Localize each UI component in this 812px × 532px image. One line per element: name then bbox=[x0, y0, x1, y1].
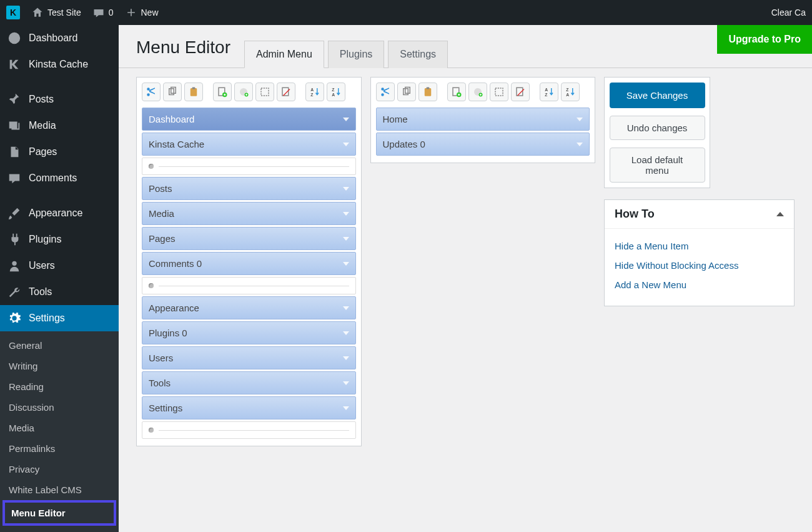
hide-icon[interactable] bbox=[277, 83, 295, 101]
sort-za-icon[interactable]: ZA bbox=[327, 83, 345, 101]
dashboard-icon bbox=[7, 31, 21, 45]
sidebar-item-posts[interactable]: Posts bbox=[0, 86, 119, 113]
load-default-button[interactable]: Load default menu bbox=[610, 148, 705, 183]
comment-icon bbox=[7, 171, 21, 185]
menu-separator[interactable] bbox=[142, 421, 356, 439]
new-label: New bbox=[141, 8, 159, 18]
tab-settings[interactable]: Settings bbox=[388, 41, 448, 68]
kinsta-icon bbox=[7, 58, 21, 71]
submenu-privacy[interactable]: Privacy bbox=[0, 459, 119, 479]
expand-icon[interactable] bbox=[343, 143, 349, 146]
tabs: Admin Menu Plugins Settings bbox=[240, 40, 448, 68]
expand-icon[interactable] bbox=[343, 187, 349, 191]
site-link[interactable]: Test Site bbox=[31, 6, 81, 19]
copy-icon[interactable] bbox=[397, 83, 416, 101]
upgrade-button[interactable]: Upgrade to Pro bbox=[717, 25, 812, 54]
sidebar-item-media[interactable]: Media bbox=[0, 113, 119, 139]
expand-icon[interactable] bbox=[343, 237, 349, 241]
expand-icon[interactable] bbox=[343, 356, 349, 360]
sidebar-item-comments[interactable]: Comments bbox=[0, 165, 119, 191]
svg-text:A: A bbox=[310, 88, 314, 92]
admin-sidebar: DashboardKinsta Cache PostsMediaPagesCom… bbox=[0, 25, 119, 532]
show-icon[interactable] bbox=[255, 83, 274, 101]
clear-cache[interactable]: Clear Ca bbox=[771, 8, 806, 18]
how-to-box: How To Hide a Menu ItemHide Without Bloc… bbox=[604, 199, 795, 306]
menu-item-pages[interactable]: Pages bbox=[142, 227, 356, 250]
menu-item-appearance[interactable]: Appearance bbox=[142, 296, 356, 319]
comments-link[interactable]: 0 bbox=[92, 6, 114, 19]
show-icon[interactable] bbox=[490, 83, 508, 101]
cut-icon[interactable] bbox=[142, 83, 161, 101]
collapse-icon[interactable] bbox=[776, 212, 784, 216]
menu-item-dashboard[interactable]: Dashboard bbox=[142, 108, 356, 131]
menu-item-tools[interactable]: Tools bbox=[142, 371, 356, 394]
svg-rect-23 bbox=[495, 88, 503, 96]
settings-icon bbox=[7, 311, 21, 325]
tab-admin-menu[interactable]: Admin Menu bbox=[244, 41, 324, 68]
how-to-title: How To bbox=[615, 208, 655, 221]
howto-link-hide-a-menu-item[interactable]: Hide a Menu Item bbox=[615, 236, 784, 256]
menu-separator[interactable] bbox=[142, 158, 356, 175]
menu-item-plugins-0[interactable]: Plugins 0 bbox=[142, 321, 356, 344]
menu-item-users[interactable]: Users bbox=[142, 346, 356, 369]
sidebar-item-pages[interactable]: Pages bbox=[0, 139, 119, 165]
submenu-permalinks[interactable]: Permalinks bbox=[0, 438, 119, 459]
submenu-media[interactable]: Media bbox=[0, 418, 119, 438]
cut-icon[interactable] bbox=[376, 83, 395, 101]
new-item-icon[interactable] bbox=[213, 83, 232, 101]
svg-text:A: A bbox=[545, 88, 548, 92]
new-separator-icon[interactable] bbox=[234, 83, 253, 101]
top-level-menu-panel: AZZA DashboardKinsta CachePostsMediaPage… bbox=[136, 77, 362, 446]
sidebar-item-plugins[interactable]: Plugins bbox=[0, 226, 119, 253]
submenu-general[interactable]: General bbox=[0, 335, 119, 356]
expand-icon[interactable] bbox=[343, 406, 349, 410]
new-link[interactable]: New bbox=[125, 6, 159, 19]
mid-toolbar: AZZA bbox=[376, 83, 590, 101]
menu-item-posts[interactable]: Posts bbox=[142, 177, 356, 200]
menu-item-updates-0[interactable]: Updates 0 bbox=[376, 133, 590, 156]
howto-link-hide-without-blocking-access[interactable]: Hide Without Blocking Access bbox=[615, 256, 784, 275]
sort-za-icon[interactable]: ZA bbox=[561, 83, 580, 101]
sidebar-item-users[interactable]: Users bbox=[0, 253, 119, 279]
hide-icon[interactable] bbox=[511, 83, 530, 101]
sort-az-icon[interactable]: AZ bbox=[305, 83, 324, 101]
sidebar-item-tools[interactable]: Tools bbox=[0, 279, 119, 305]
expand-icon[interactable] bbox=[343, 262, 349, 266]
menu-separator[interactable] bbox=[142, 277, 356, 294]
sidebar-item-kinsta-cache[interactable]: Kinsta Cache bbox=[0, 51, 119, 78]
sidebar-item-dashboard[interactable]: Dashboard bbox=[0, 25, 119, 51]
menu-item-kinsta-cache[interactable]: Kinsta Cache bbox=[142, 133, 356, 156]
submenu-menu-editor[interactable]: Menu Editor bbox=[2, 500, 116, 526]
menu-item-media[interactable]: Media bbox=[142, 202, 356, 225]
menu-item-settings[interactable]: Settings bbox=[142, 396, 356, 419]
svg-text:Z: Z bbox=[332, 88, 334, 92]
expand-icon[interactable] bbox=[343, 331, 349, 335]
copy-icon[interactable] bbox=[163, 83, 182, 101]
expand-icon[interactable] bbox=[343, 306, 349, 310]
menu-item-comments-0[interactable]: Comments 0 bbox=[142, 252, 356, 275]
menu-item-home[interactable]: Home bbox=[376, 108, 590, 131]
submenu-white-label-cms[interactable]: White Label CMS bbox=[0, 479, 119, 500]
tab-plugins[interactable]: Plugins bbox=[328, 41, 384, 68]
howto-link-add-a-new-menu[interactable]: Add a New Menu bbox=[615, 275, 784, 294]
expand-icon[interactable] bbox=[577, 118, 583, 121]
sort-az-icon[interactable]: AZ bbox=[540, 83, 558, 101]
undo-button[interactable]: Undo changes bbox=[610, 116, 705, 140]
submenu-writing[interactable]: Writing bbox=[0, 356, 119, 376]
expand-icon[interactable] bbox=[577, 143, 583, 146]
kinsta-logo[interactable]: K bbox=[6, 6, 20, 19]
expand-icon[interactable] bbox=[343, 212, 349, 216]
sidebar-item-settings[interactable]: Settings bbox=[0, 305, 119, 331]
new-item-icon[interactable] bbox=[447, 83, 466, 101]
submenu-reading[interactable]: Reading bbox=[0, 376, 119, 397]
save-button[interactable]: Save Changes bbox=[610, 83, 705, 108]
expand-icon[interactable] bbox=[343, 381, 349, 385]
submenu-discussion[interactable]: Discussion bbox=[0, 397, 119, 418]
paste-icon[interactable] bbox=[418, 83, 437, 101]
site-name: Test Site bbox=[47, 8, 81, 18]
sidebar-item-appearance[interactable]: Appearance bbox=[0, 200, 119, 226]
main-content: Upgrade to Pro Menu Editor Admin Menu Pl… bbox=[119, 25, 812, 532]
new-separator-icon[interactable] bbox=[468, 83, 487, 101]
expand-icon[interactable] bbox=[343, 118, 349, 121]
paste-icon[interactable] bbox=[184, 83, 203, 101]
